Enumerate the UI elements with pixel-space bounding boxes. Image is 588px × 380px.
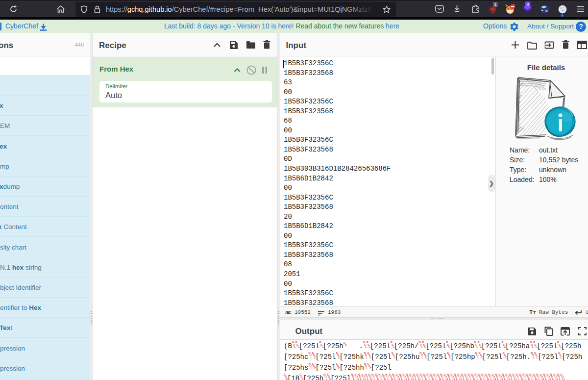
svg-text:ABC: ABC: [285, 311, 292, 314]
svg-text:1: 1: [494, 2, 497, 7]
svg-text:T: T: [529, 309, 533, 315]
svg-text:T: T: [533, 310, 536, 315]
svg-text:8: 8: [526, 2, 529, 7]
